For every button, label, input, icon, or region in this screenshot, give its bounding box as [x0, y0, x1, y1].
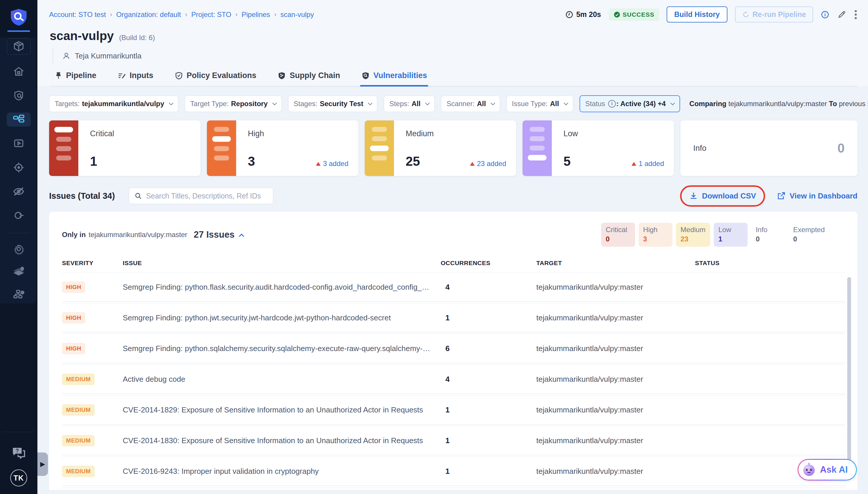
sidebar-item-scans[interactable] [7, 89, 31, 102]
sidebar-item-home[interactable] [7, 64, 31, 79]
kebab-menu-icon [854, 10, 857, 20]
sidebar-item-getting-started[interactable] [7, 208, 31, 223]
build-tabs: Pipeline Inputs Policy Evaluations [49, 71, 857, 87]
tab-pipeline[interactable]: Pipeline [53, 71, 98, 86]
filter-targets[interactable]: Targets:tejakummarikuntla/vulpy [49, 96, 178, 112]
severity-chip[interactable]: Exempted 0 [789, 223, 829, 247]
severity-badge: MEDIUM [62, 374, 95, 385]
chip-value: 1 [718, 235, 743, 243]
sidebar-item-pipelines[interactable] [7, 113, 31, 127]
chevron-down-icon [425, 101, 430, 106]
build-duration: 5m 20s [565, 10, 601, 19]
target-value: tejakummarikuntla/vulpy:master [536, 375, 695, 384]
issue-title[interactable]: Active debug code [123, 375, 441, 384]
severity-chip[interactable]: Info 0 [751, 223, 785, 247]
vulnerabilities-shield-icon [361, 71, 370, 80]
more-options-button[interactable] [854, 10, 857, 20]
help-chat-button[interactable]: ? [11, 446, 26, 459]
user-avatar[interactable]: TK [10, 470, 27, 487]
severity-chip[interactable]: High 3 [639, 223, 673, 247]
filter-issue-type[interactable]: Issue Type:All [506, 96, 573, 112]
breadcrumb-project[interactable]: Project: STO [191, 11, 231, 19]
critical-card[interactable]: Critical 1 [49, 120, 200, 176]
card-value: 25 [406, 155, 420, 168]
sidebar-item-org-settings[interactable] [7, 288, 31, 302]
card-label: Medium [406, 129, 506, 138]
high-severity-meter-icon [207, 120, 236, 176]
sidebar-item-default-settings[interactable] [7, 265, 31, 279]
tab-inputs[interactable]: Inputs [116, 71, 155, 86]
table-row[interactable]: MEDIUM CVE-2014-1830: Exposure of Sensit… [62, 426, 846, 455]
sidebar-item-settings[interactable] [7, 242, 31, 256]
filter-scanner[interactable]: Scanner:All [441, 96, 500, 112]
issue-title[interactable]: Semgrep Finding: python.flask.security.a… [123, 283, 441, 292]
edit-pipeline-button[interactable] [837, 10, 846, 19]
occurrences-value: 6 [441, 344, 536, 353]
issues-search[interactable] [129, 188, 273, 204]
download-csv-button[interactable]: Download CSV [689, 191, 756, 201]
sidebar-expand-handle[interactable]: ▶ [37, 453, 48, 476]
sidebar-item-exemptions[interactable] [7, 185, 31, 198]
left-nav-sidebar: ? TK [0, 0, 37, 494]
comparing-label: Comparing tejakummarikuntla/vulpy:master… [690, 100, 868, 108]
breadcrumb-pipelines[interactable]: Pipelines [242, 11, 270, 19]
table-row[interactable]: MEDIUM CVE-2017-11424: PyJWT: key confus… [62, 487, 846, 490]
issue-title[interactable]: CVE-2016-9243: Improper input validation… [123, 467, 441, 476]
chip-value: 0 [756, 235, 780, 243]
medium-severity-meter-icon [365, 120, 394, 176]
issues-table-header: SEVERITY ISSUE OCCURRENCES TARGET STATUS [62, 260, 857, 267]
table-row[interactable]: MEDIUM CVE-2014-1829: Exposure of Sensit… [62, 395, 846, 424]
supply-chain-shield-icon [277, 71, 286, 80]
table-row[interactable]: MEDIUM CVE-2016-9243: Improper input val… [62, 457, 846, 486]
view-in-dashboard-button[interactable]: View in Dashboard [777, 191, 857, 201]
module-switcher-button[interactable] [7, 38, 31, 55]
table-row[interactable]: HIGH Semgrep Finding: python.sqlalchemy.… [62, 334, 846, 363]
chip-label: Critical [606, 226, 631, 234]
ask-ai-button[interactable]: Ask AI [797, 459, 857, 480]
sidebar-item-targets[interactable] [7, 160, 31, 174]
tab-supply-chain[interactable]: Supply Chain [276, 71, 341, 86]
collapse-chevron-up-icon[interactable] [239, 233, 244, 239]
low-card[interactable]: Low 5 1 added [523, 120, 674, 176]
sidebar-item-executions[interactable] [7, 136, 31, 151]
build-id-label: (Build Id: 6) [119, 34, 155, 42]
issue-title[interactable]: Semgrep Finding: python.jwt.security.jwt… [123, 314, 441, 322]
triangle-up-icon [316, 162, 321, 166]
search-input[interactable] [146, 192, 268, 200]
rerun-info-button[interactable] [821, 10, 829, 19]
occurrences-value: 4 [441, 375, 536, 384]
severity-chip[interactable]: Medium 23 [676, 223, 710, 247]
filter-steps[interactable]: Steps:All [384, 96, 435, 112]
filter-stages[interactable]: Stages:Security Test [288, 96, 377, 112]
issue-title[interactable]: CVE-2014-1829: Exposure of Sensitive Inf… [123, 405, 441, 415]
ask-ai-label: Ask AI [820, 464, 848, 475]
col-occurrences: OCCURRENCES [441, 260, 536, 267]
policy-shield-check-icon [174, 71, 183, 80]
issue-title[interactable]: CVE-2014-1830: Exposure of Sensitive Inf… [123, 436, 441, 445]
high-card[interactable]: High 3 3 added [207, 120, 358, 176]
tab-policy-evaluations[interactable]: Policy Evaluations [173, 71, 258, 86]
table-scrollbar[interactable] [847, 277, 851, 462]
breadcrumb-current-pipeline[interactable]: scan-vulpy [280, 11, 314, 19]
breadcrumb-account[interactable]: Account: STO test [49, 11, 106, 19]
tab-vulnerabilities[interactable]: Vulnerabilities [360, 71, 428, 86]
issue-title[interactable]: Semgrep Finding: python.sqlalchemy.secur… [123, 344, 441, 353]
severity-chip[interactable]: Low 1 [714, 223, 748, 247]
filter-status[interactable]: Status i : Active (34) +4 [580, 95, 680, 112]
breadcrumb-organization[interactable]: Organization: default [116, 11, 181, 19]
card-label: High [248, 129, 348, 138]
harness-sto-logo[interactable] [7, 7, 30, 32]
card-value: 0 [837, 142, 845, 155]
info-card[interactable]: Info 0 [680, 120, 857, 176]
table-row[interactable]: MEDIUM Active debug code 4 tejakummariku… [62, 364, 846, 394]
table-row[interactable]: HIGH Semgrep Finding: python.jwt.securit… [62, 303, 846, 332]
inputs-tab-icon [117, 71, 126, 80]
medium-card[interactable]: Medium 25 23 added [365, 120, 516, 176]
filter-target-type[interactable]: Target Type:Repository [185, 96, 282, 112]
rerun-pipeline-button[interactable]: Re-run Pipeline [735, 6, 813, 22]
table-row[interactable]: HIGH Semgrep Finding: python.flask.secur… [62, 272, 846, 302]
build-history-button[interactable]: Build History [667, 6, 728, 22]
occurrences-value: 1 [441, 436, 536, 445]
severity-chip[interactable]: Critical 0 [601, 223, 635, 247]
issues-table-body: HIGH Semgrep Finding: python.flask.secur… [62, 272, 846, 490]
